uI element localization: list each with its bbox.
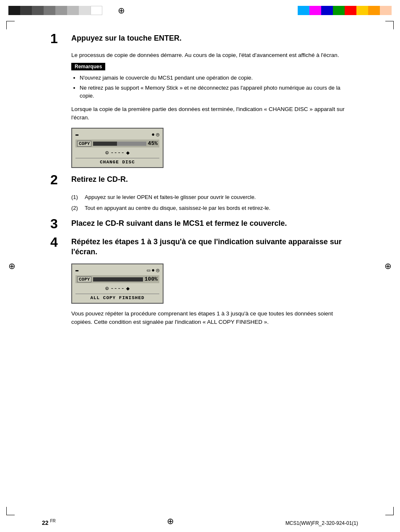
- swatch-r8: [380, 6, 392, 15]
- swatch-r1: [298, 6, 309, 15]
- corner-bottom-right: [385, 507, 394, 515]
- lcd-top-row-1: ▬ ● ◎: [75, 131, 159, 138]
- lcd-screen-1: ▬ ● ◎ COPY 45% ⊙ ---- ◆ CHANGE DISC: [71, 128, 164, 168]
- step-4-number: 4: [50, 235, 71, 249]
- lcd-icons-row-2: ⊙ ---- ◆: [75, 285, 159, 292]
- step-2-sub-2: (2) Tout en appuyant au centre du disque…: [71, 204, 350, 212]
- lock-icon-2: ●: [151, 267, 155, 274]
- bullet-1: N'ouvrez jamais le couvercle du MCS1 pen…: [80, 74, 350, 82]
- sub-step-text-1: Appuyez sur le levier OPEN et faites-le …: [85, 193, 256, 201]
- lcd-dots-2: ----: [110, 285, 125, 292]
- step-4-title: Répétez les étapes 1 à 3 jusqu'à ce que …: [71, 237, 350, 257]
- footer: 22 FR ⊕ MCS1(WW)FR_2-320-924-01(1): [0, 516, 400, 526]
- disc-icon-1: ◎: [156, 131, 159, 138]
- bullet-2: Ne retirez pas le support « Memory Stick…: [80, 84, 350, 100]
- color-bar-right: [298, 6, 392, 15]
- lcd-percent-2: 100%: [145, 276, 158, 282]
- step-4-after-lcd: Vous pouvez répéter la procédure compren…: [71, 310, 350, 327]
- swatch-1: [8, 6, 20, 15]
- crosshair-top-center: ⊕: [115, 4, 127, 17]
- square-icon-2: ▭: [147, 267, 151, 274]
- swatch-8: [91, 6, 102, 15]
- lcd-progress-bar-1: [93, 142, 146, 146]
- lcd-copy-label-2: COPY: [77, 276, 91, 282]
- lcd-progress-bar-2: [93, 277, 143, 281]
- lcd-disc-spin-icon-1: ⊙: [105, 149, 109, 156]
- step-3: 3 Placez le CD-R suivant dans le MCS1 et…: [50, 219, 350, 230]
- swatch-r3: [321, 6, 333, 15]
- step-1-number: 1: [50, 32, 71, 45]
- disc-icon-2: ◎: [156, 267, 159, 274]
- step-4: 4 Répétez les étapes 1 à 3 jusqu'à ce qu…: [50, 237, 350, 257]
- step-3-title: Placez le CD-R suivant dans le MCS1 et f…: [71, 219, 350, 228]
- lock-icon-1: ●: [151, 132, 155, 138]
- page-number: 22 FR: [42, 519, 56, 526]
- swatch-r7: [368, 6, 380, 15]
- page-suffix: FR: [50, 519, 55, 523]
- corner-bottom-left: [6, 507, 15, 515]
- swatch-7: [79, 6, 91, 15]
- lcd-dots-1: ----: [110, 150, 125, 156]
- lcd-diamond-icon-2: ◆: [126, 285, 130, 292]
- remarques-label: Remarques: [71, 63, 105, 70]
- lcd-bottom-text-1: CHANGE DISC: [75, 158, 159, 165]
- main-content: 1 Appuyez sur la touche ENTER. Le proces…: [0, 25, 400, 359]
- sub-step-num-2: (2): [71, 204, 82, 212]
- step-1-para: Le processus de copie de données démarre…: [71, 51, 350, 59]
- step-2-sub-1: (1) Appuyez sur le levier OPEN et faites…: [71, 193, 350, 201]
- step-2-number: 2: [50, 173, 71, 186]
- color-bar-left: [8, 6, 102, 15]
- step-3-number: 3: [50, 217, 71, 230]
- step-1-body: Le processus de copie de données démarre…: [50, 51, 350, 168]
- step-2-body: (1) Appuyez sur le levier OPEN et faites…: [50, 193, 350, 212]
- lcd-screen-2: ▬ ▭ ● ◎ COPY 100% ⊙ ---- ◆ ALL COPY FINI: [71, 263, 164, 304]
- swatch-r4: [333, 6, 345, 15]
- swatch-r6: [356, 6, 368, 15]
- lcd-progress-fill-1: [93, 142, 117, 146]
- step-4-body: ▬ ▭ ● ◎ COPY 100% ⊙ ---- ◆ ALL COPY FINI: [50, 263, 350, 327]
- sub-step-text-2: Tout en appuyant au centre du disque, sa…: [85, 204, 270, 212]
- lcd-top-left-icon-1: ▬: [75, 132, 78, 137]
- lcd-top-row-2: ▬ ▭ ● ◎: [75, 267, 159, 274]
- swatch-4: [44, 6, 55, 15]
- swatch-r5: [345, 6, 356, 15]
- lcd-mid-row-1: COPY 45%: [75, 139, 159, 147]
- step-1-title: Appuyez sur la touche ENTER.: [71, 34, 350, 43]
- lcd-icons-row-1: ⊙ ---- ◆: [75, 149, 159, 156]
- swatch-5: [55, 6, 67, 15]
- lcd-percent-1: 45%: [148, 140, 158, 147]
- lcd-copy-label-1: COPY: [77, 141, 91, 147]
- lcd-top-right-icons-1: ● ◎: [151, 131, 159, 138]
- swatch-3: [32, 6, 44, 15]
- step-1-after-bullets: Lorsque la copie de la première partie d…: [71, 105, 350, 122]
- lcd-top-right-icons-2: ▭ ● ◎: [147, 267, 159, 274]
- step-2-title: Retirez le CD-R.: [71, 175, 350, 184]
- remarques-list: N'ouvrez jamais le couvercle du MCS1 pen…: [71, 74, 350, 100]
- swatch-2: [20, 6, 32, 15]
- step-1: 1 Appuyez sur la touche ENTER.: [50, 34, 350, 45]
- lcd-mid-row-2: COPY 100%: [75, 275, 159, 283]
- lcd-top-left-icon-2: ▬: [75, 267, 78, 273]
- color-bar-container: ⊕: [0, 0, 400, 21]
- swatch-6: [67, 6, 79, 15]
- sub-step-num-1: (1): [71, 193, 82, 201]
- lcd-bottom-text-2: ALL COPY FINISHED: [75, 294, 159, 300]
- lcd-diamond-icon-1: ◆: [126, 149, 130, 156]
- lcd-progress-fill-2: [93, 277, 143, 281]
- crosshair-bottom-center: ⊕: [167, 516, 174, 526]
- step-2: 2 Retirez le CD-R.: [50, 175, 350, 186]
- lcd-disc-spin-icon-2: ⊙: [105, 285, 109, 292]
- swatch-r2: [309, 6, 321, 15]
- doc-id: MCS1(WW)FR_2-320-924-01(1): [286, 520, 358, 526]
